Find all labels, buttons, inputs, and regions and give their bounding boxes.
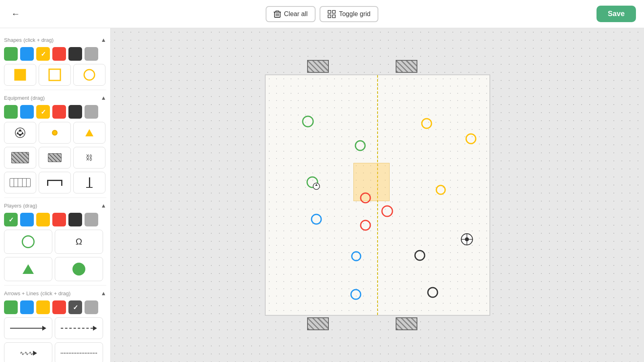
goal-bottom-left [307, 317, 329, 330]
player-dark-1[interactable] [413, 249, 426, 262]
player-color-blue[interactable] [20, 213, 34, 226]
eq-color-blue[interactable] [20, 105, 34, 119]
eq-color-green[interactable] [4, 105, 18, 119]
player-circle-outline-icon [22, 235, 35, 248]
equipment-hurdle[interactable] [39, 172, 71, 193]
arrow-solid[interactable] [4, 317, 52, 339]
equipment-soccer-ball[interactable] [4, 122, 36, 144]
player-omega[interactable]: Ω [55, 230, 103, 254]
shapes-chevron[interactable]: ▲ [101, 37, 106, 43]
player-red-2[interactable] [380, 204, 394, 218]
arrow-wave[interactable]: ∿∿∿ [4, 342, 52, 362]
player-green-1[interactable] [301, 115, 315, 128]
arrow-dashed[interactable] [55, 317, 103, 339]
equipment-chain[interactable]: ⛓ [73, 147, 105, 169]
equipment-row3 [4, 172, 106, 193]
eq-color-dark[interactable] [68, 105, 82, 119]
svg-point-19 [355, 141, 365, 150]
cone-icon [85, 129, 93, 136]
player-filled-circle[interactable] [55, 257, 103, 281]
shapes-color-dark[interactable] [68, 47, 82, 61]
shapes-section-header: Shapes (click + drag) ▲ [4, 36, 106, 43]
svg-point-32 [415, 251, 425, 260]
player-green-3-with-ball[interactable] [305, 175, 321, 191]
eq-color-red[interactable] [52, 105, 66, 119]
shapes-color-red[interactable] [52, 47, 66, 61]
toggle-grid-button[interactable]: Toggle grid [320, 6, 378, 22]
player-blue-2[interactable] [350, 250, 362, 262]
save-button[interactable]: Save [597, 6, 636, 22]
shapes-color-blue[interactable] [20, 47, 34, 61]
shape-filled-square[interactable] [4, 64, 36, 86]
equipment-section-header: Equipment (drag) ▲ [4, 94, 106, 101]
player-blue-3[interactable] [349, 288, 362, 301]
equipment-goal-small[interactable] [39, 147, 71, 169]
player-red-1[interactable] [359, 191, 372, 204]
shapes-color-gray[interactable] [85, 47, 98, 61]
shapes-color-yellow[interactable]: ✓ [36, 47, 50, 61]
back-button[interactable]: ← [8, 6, 23, 23]
player-color-dark[interactable] [68, 213, 82, 226]
arrow-color-red[interactable] [52, 300, 66, 314]
toolbar-right: Save [597, 6, 636, 22]
equipment-goal-large[interactable] [4, 147, 36, 169]
equipment-ladder[interactable] [4, 172, 36, 193]
arrow-color-yellow[interactable] [36, 300, 50, 314]
equipment-cone[interactable] [73, 122, 105, 144]
hurdle-icon [47, 180, 62, 186]
shape-outline-circle[interactable] [73, 64, 105, 86]
arrow-color-green[interactable] [4, 300, 18, 314]
equipment-pole[interactable] [73, 172, 105, 193]
arrow-color-gray[interactable] [85, 300, 98, 314]
player-omega-icon: Ω [76, 237, 82, 247]
players-chevron[interactable]: ▲ [101, 202, 106, 209]
grid-icon [328, 10, 336, 18]
arrows-chevron[interactable]: ▲ [101, 290, 106, 296]
player-soccer-ball[interactable] [459, 232, 475, 247]
svg-point-26 [361, 193, 370, 203]
arrows-row2: ∿∿∿ [4, 342, 106, 362]
equipment-ball-dot[interactable] [39, 122, 71, 144]
svg-point-25 [351, 290, 361, 299]
arrow-color-dark[interactable]: ✓ [68, 300, 82, 314]
player-color-yellow[interactable] [36, 213, 50, 226]
clear-all-button[interactable]: Clear all [266, 6, 316, 22]
players-section-header: Players (drag) ▲ [4, 202, 106, 209]
field[interactable] [265, 74, 490, 316]
player-yellow-3[interactable] [435, 184, 447, 196]
player-blue-1[interactable] [310, 213, 323, 226]
shapes-color-green[interactable] [4, 47, 18, 61]
arrows-row1 [4, 317, 106, 339]
player-color-green[interactable]: ✓ [4, 213, 18, 226]
arrow-dotted[interactable] [55, 342, 103, 362]
svg-point-29 [422, 119, 431, 128]
equipment-chevron[interactable]: ▲ [101, 95, 106, 101]
svg-rect-10 [14, 69, 26, 80]
player-red-3[interactable] [359, 219, 372, 232]
shape-outline-square[interactable] [39, 64, 71, 86]
eq-color-yellow[interactable]: ✓ [36, 105, 50, 119]
svg-rect-9 [332, 15, 335, 18]
player-circle-outline[interactable] [4, 230, 52, 254]
svg-point-28 [361, 220, 370, 230]
svg-point-24 [352, 252, 361, 261]
player-yellow-2[interactable] [464, 132, 477, 145]
arrows-section-header: Arrows + Lines (click + drag) ▲ [4, 290, 106, 296]
dotted-arrow-icon [61, 353, 97, 354]
arrow-color-blue[interactable] [20, 300, 34, 314]
player-dark-2[interactable] [426, 286, 439, 299]
sidebar: Shapes (click + drag) ▲ ✓ [0, 28, 111, 362]
arrows-color-row: ✓ [4, 300, 106, 314]
player-color-red[interactable] [52, 213, 66, 226]
eq-color-gray[interactable] [85, 105, 98, 119]
equipment-title: Equipment (drag) [4, 94, 45, 101]
player-green-2[interactable] [354, 139, 367, 152]
player-triangle[interactable] [4, 257, 52, 281]
goal-bottom-right [396, 317, 417, 330]
player-color-gray[interactable] [85, 213, 98, 226]
canvas-area[interactable] [111, 28, 644, 362]
goal-top-right [396, 60, 417, 73]
players-shape-row1: Ω [4, 230, 106, 254]
goal-large-icon [11, 152, 29, 163]
player-yellow-1[interactable] [420, 117, 433, 130]
